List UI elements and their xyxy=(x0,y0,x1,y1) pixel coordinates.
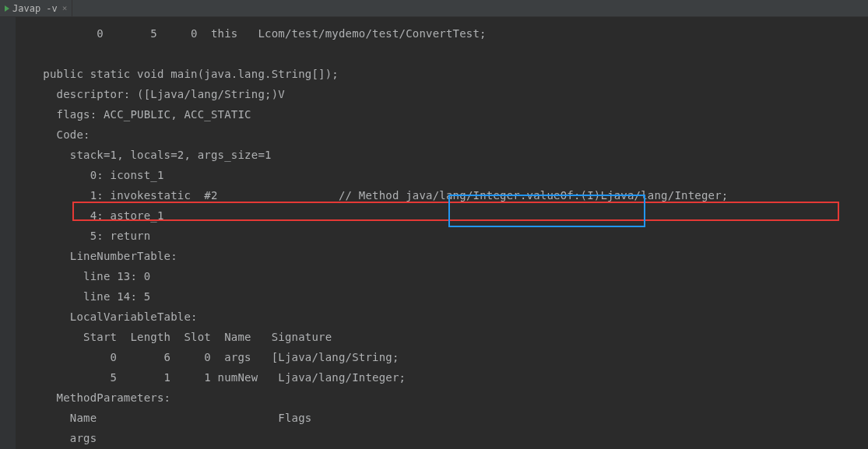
tab-javap[interactable]: Javap -v × xyxy=(0,0,72,16)
code-line: 5: return xyxy=(30,230,150,242)
tab-bar: Javap -v × xyxy=(0,0,868,17)
editor-gutter xyxy=(0,17,16,449)
tab-title: Javap -v xyxy=(12,3,58,14)
code-line: 1: invokestatic #2 // Method java/lang/I… xyxy=(30,189,728,202)
code-line: line 14: 5 xyxy=(30,290,150,303)
code-line: line 13: 0 xyxy=(30,270,150,282)
code-line: MethodParameters: xyxy=(30,391,170,404)
code-line: 5 1 1 numNew Ljava/lang/Integer; xyxy=(30,371,406,384)
code-line: Name Flags xyxy=(30,412,311,424)
run-icon xyxy=(5,5,9,12)
code-line: stack=1, locals=2, args_size=1 xyxy=(30,149,272,161)
code-line: Start Length Slot Name Signature xyxy=(30,331,332,343)
code-line: descriptor: ([Ljava/lang/String;)V xyxy=(30,88,285,100)
code-line: 0: iconst_1 xyxy=(30,169,164,181)
code-line: public static void main(java.lang.String… xyxy=(30,68,339,80)
code-line: args xyxy=(30,432,97,444)
code-line: 0 5 0 this Lcom/test/mydemo/test/Convert… xyxy=(30,27,487,40)
close-icon[interactable]: × xyxy=(62,3,68,13)
code-line: 0 6 0 args [Ljava/lang/String; xyxy=(30,351,399,363)
code-line: Code: xyxy=(30,128,90,141)
code-line: LineNumberTable: xyxy=(30,250,177,262)
code-line: 4: astore_1 xyxy=(30,209,164,222)
editor-content[interactable]: 0 5 0 this Lcom/test/mydemo/test/Convert… xyxy=(16,17,868,449)
code-line: flags: ACC_PUBLIC, ACC_STATIC xyxy=(30,108,251,121)
code-line: LocalVariableTable: xyxy=(30,310,198,323)
